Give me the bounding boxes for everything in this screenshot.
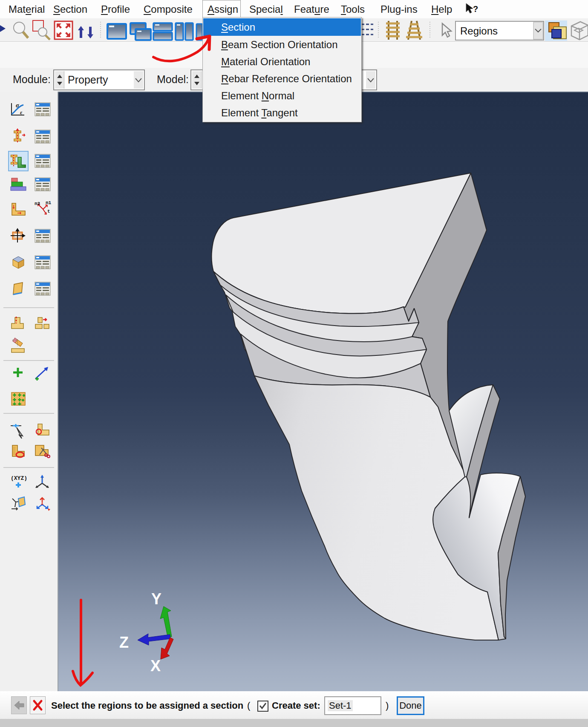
svg-text:n1: n1 xyxy=(46,200,52,205)
svg-text:ε: ε xyxy=(20,109,23,115)
svg-text:Regions: Regions xyxy=(460,25,498,37)
svg-text:σ: σ xyxy=(16,102,19,109)
svg-text:(XYZ): (XYZ) xyxy=(11,475,27,482)
svg-text:Z: Z xyxy=(119,634,129,651)
svg-text:X: X xyxy=(150,657,161,675)
svg-text:?: ? xyxy=(473,4,478,14)
svg-text:Y: Y xyxy=(151,590,161,608)
svg-text:t: t xyxy=(47,209,50,214)
svg-text:n2: n2 xyxy=(35,201,40,206)
